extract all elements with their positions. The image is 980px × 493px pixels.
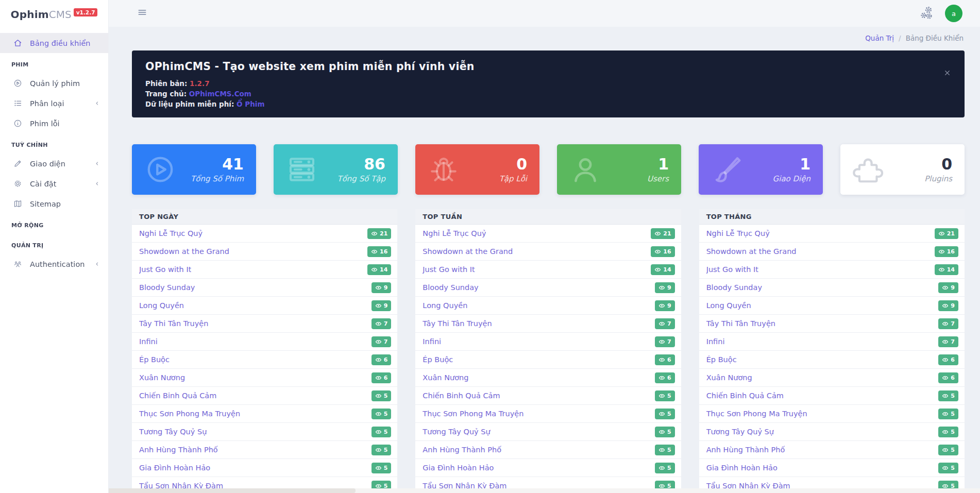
movie-title-link[interactable]: Showdown at the Grand [706, 247, 797, 256]
views-count: 16 [947, 249, 955, 254]
movie-title-link[interactable]: Xuân Nương [423, 373, 468, 382]
movie-title-link[interactable]: Infini [139, 337, 158, 346]
movie-title-link[interactable]: Long Quyền [139, 301, 184, 310]
banner-line-label: Phiên bản: [145, 79, 187, 88]
views-count: 5 [951, 483, 955, 489]
movie-title-link[interactable]: Showdown at the Grand [139, 247, 229, 256]
movie-title-link[interactable]: Gia Đình Hoàn Hảo [423, 464, 494, 472]
movie-title-link[interactable]: Tây Thi Tân Truyện [706, 319, 775, 328]
list-item: Tương Tây Quỷ Sự 5 [699, 423, 965, 441]
sidebar-item-phim-loi[interactable]: Phim lỗi [0, 113, 108, 133]
views-count: 6 [951, 375, 955, 381]
movie-title-link[interactable]: Bloody Sunday [706, 283, 762, 292]
sidebar: OphimCMS v1.2.7 Bảng điều khiển PHIM Quả… [0, 0, 108, 493]
eye-icon [938, 230, 945, 237]
movie-title-link[interactable]: Tây Thi Tân Truyện [423, 319, 492, 328]
movie-title-link[interactable]: Chiến Binh Quả Cảm [139, 392, 216, 400]
movie-title-link[interactable]: Tương Tây Quỷ Sự [706, 428, 774, 436]
sidebar-item-bang-dieu-khien[interactable]: Bảng điều khiển [0, 33, 108, 53]
movie-title-link[interactable]: Nghi Lễ Trục Quỷ [139, 229, 202, 237]
sidebar-item-sitemap[interactable]: Sitemap [0, 194, 108, 214]
movie-title-link[interactable]: Chiến Binh Quả Cảm [423, 392, 500, 400]
movie-title-link[interactable]: Showdown at the Grand [423, 247, 513, 256]
views-badge: 6 [371, 372, 392, 383]
list-item: Tương Tây Quỷ Sự 5 [415, 423, 681, 441]
hamburger-menu-button[interactable] [137, 7, 147, 20]
movie-title-link[interactable]: Bloody Sunday [139, 283, 195, 292]
banner-version-value: 1.2.7 [190, 79, 209, 88]
movie-title-link[interactable]: Nghi Lễ Trục Quỷ [706, 229, 770, 237]
views-count: 5 [667, 447, 671, 453]
stat-card-tong-so-phim[interactable]: 41 Tổng Số Phim [132, 144, 256, 195]
list-item: Tây Thi Tân Truyện 7 [132, 315, 397, 333]
views-badge: 16 [651, 246, 674, 257]
views-badge: 7 [938, 318, 958, 329]
movie-title-link[interactable]: Ép Buộc [706, 355, 737, 364]
movie-title-link[interactable]: Gia Đình Hoàn Hảo [139, 464, 210, 472]
sidebar-item-cai-dat[interactable]: Cài đặt [0, 174, 108, 194]
eye-icon [371, 266, 378, 273]
movie-title-link[interactable]: Long Quyền [706, 301, 751, 310]
stat-cards: 41 Tổng Số Phim 86 Tổng Số Tập 0 Tập Lỗi… [132, 144, 965, 195]
breadcrumb-link[interactable]: Quản Trị [865, 34, 894, 42]
user-icon [569, 154, 601, 185]
horizontal-scrollbar[interactable] [0, 488, 980, 493]
movie-title-link[interactable]: Tương Tây Quỷ Sự [423, 428, 490, 436]
views-badge: 16 [367, 246, 391, 257]
eye-icon [938, 266, 945, 273]
movie-title-link[interactable]: Xuân Nương [139, 373, 185, 382]
movie-title-link[interactable]: Gia Đình Hoàn Hảo [706, 464, 778, 472]
movie-title-link[interactable]: Anh Hùng Thành Phố [423, 446, 501, 454]
movie-title-link[interactable]: Ép Buộc [423, 355, 453, 364]
user-avatar[interactable]: a [945, 5, 962, 22]
eye-icon [942, 320, 949, 327]
list-item: Showdown at the Grand 16 [132, 243, 397, 261]
stat-card-plugins[interactable]: 0 Plugins [840, 144, 965, 195]
views-count: 5 [384, 411, 388, 417]
app-logo[interactable]: OphimCMS v1.2.7 [0, 0, 108, 29]
stat-card-users[interactable]: 1 Users [557, 144, 681, 195]
views-count: 7 [667, 321, 671, 327]
banner-lines: Phiên bản: 1.2.7Trang chủ: OPhimCMS.ComD… [145, 78, 951, 109]
movie-title-link[interactable]: Tây Thi Tân Truyện [139, 319, 208, 328]
sidebar-item-phan-loai[interactable]: Phân loại [0, 93, 108, 113]
stat-card-tong-so-tap[interactable]: 86 Tổng Số Tập [274, 144, 398, 195]
movie-title-link[interactable]: Thục Sơn Phong Ma Truyện [706, 410, 807, 418]
topbar-right: a [920, 5, 962, 22]
movie-title-link[interactable]: Thục Sơn Phong Ma Truyện [139, 410, 240, 418]
movie-title-link[interactable]: Chiến Binh Quả Cảm [706, 392, 784, 400]
movie-title-link[interactable]: Ép Buộc [139, 355, 170, 364]
play-circle-icon [144, 154, 176, 185]
movie-title-link[interactable]: Xuân Nương [706, 373, 752, 382]
list-item: Nghi Lễ Trục Quỷ 21 [132, 225, 397, 243]
movie-title-link[interactable]: Just Go with It [139, 265, 191, 274]
sidebar-item-authentication[interactable]: Authentication [0, 254, 108, 274]
eye-icon [942, 356, 949, 363]
movie-title-link[interactable]: Nghi Lễ Trục Quỷ [423, 229, 486, 237]
movie-title-link[interactable]: Tương Tây Quỷ Sự [139, 428, 207, 436]
movie-title-link[interactable]: Long Quyền [423, 301, 467, 310]
sidebar-item-label: Authentication [30, 260, 85, 268]
banner-link-ophimcms-com[interactable]: OPhimCMS.Com [189, 90, 251, 98]
movie-title-link[interactable]: Just Go with It [423, 265, 475, 274]
chevron-left-icon [94, 261, 100, 267]
movie-title-link[interactable]: Just Go with It [706, 265, 758, 274]
movie-title-link[interactable]: Anh Hùng Thành Phố [706, 446, 785, 454]
movie-title-link[interactable]: Infini [423, 337, 441, 346]
sidebar-item-quan-ly-phim[interactable]: Quản lý phim [0, 73, 108, 93]
chevron-left-icon [94, 161, 100, 166]
movie-title-link[interactable]: Infini [706, 337, 725, 346]
views-count: 6 [667, 357, 671, 363]
sidebar-item-giao-dien[interactable]: Giao diện [0, 154, 108, 174]
movie-title-link[interactable]: Thục Sơn Phong Ma Truyện [423, 410, 523, 418]
movie-title-link[interactable]: Anh Hùng Thành Phố [139, 446, 218, 454]
movie-title-link[interactable]: Bloody Sunday [423, 283, 478, 292]
eye-icon [375, 465, 382, 471]
stat-card-tap-loi[interactable]: 0 Tập Lỗi [415, 144, 539, 195]
list-item: Infini 7 [699, 333, 965, 351]
banner-link-o-phim[interactable]: Ổ Phim [236, 100, 264, 108]
settings-gears-button[interactable] [920, 6, 934, 22]
banner-close-button[interactable] [943, 69, 951, 79]
views-badge: 7 [655, 318, 675, 329]
stat-card-giao-dien[interactable]: 1 Giao Diện [699, 144, 823, 195]
